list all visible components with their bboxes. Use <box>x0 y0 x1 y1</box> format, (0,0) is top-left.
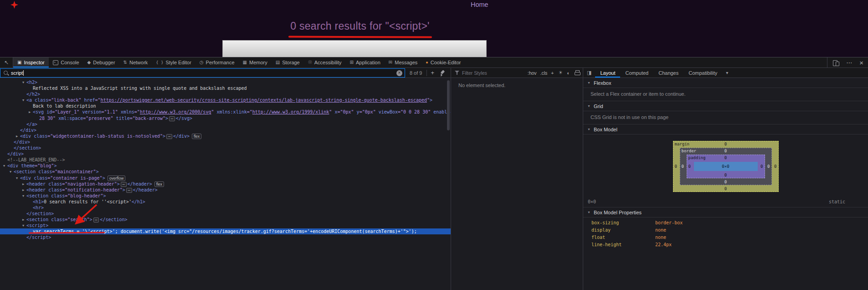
markup-row[interactable]: ▼<section class="blog-header"> <box>0 193 451 199</box>
property-value[interactable]: 22.4px <box>655 242 672 247</box>
expand-arrow-icon[interactable]: ▶ <box>20 187 26 193</box>
collapse-arrow-icon[interactable]: ▼ <box>20 193 26 199</box>
collapse-arrow-icon[interactable]: ▼ <box>14 176 20 181</box>
collapse-arrow-icon[interactable]: ▼ <box>1 163 7 169</box>
add-rule-button[interactable]: + <box>549 70 555 76</box>
grid-section-header[interactable]: ▼ Grid <box>583 101 868 111</box>
badge[interactable]: flex <box>192 134 201 139</box>
box-model-section-header[interactable]: ▼ Box Model <box>583 124 868 135</box>
light-scheme-icon[interactable]: ☀ <box>558 70 563 76</box>
expand-arrow-icon[interactable]: ▶ <box>20 217 26 223</box>
tab-console[interactable]: >_Console <box>49 57 83 67</box>
border-left-value[interactable]: 0 <box>682 164 684 169</box>
sidebar-tab-changes[interactable]: Changes <box>653 68 683 78</box>
tab-network[interactable]: ⇅Network <box>119 57 152 67</box>
tab-memory[interactable]: ▦Memory <box>239 57 272 67</box>
expand-arrow-icon[interactable]: ▶ <box>26 109 33 115</box>
markup-row[interactable]: ▼<h2> <box>0 79 451 85</box>
tab-performance[interactable]: ◷Performance <box>195 57 239 67</box>
margin-top-value[interactable]: 0 <box>673 142 778 146</box>
markup-row[interactable]: </div> <box>0 151 451 157</box>
responsive-design-icon[interactable] <box>833 59 839 66</box>
markup-row[interactable]: ▶<section class="search">⋯</section> <box>0 217 451 223</box>
markup-row[interactable]: </section> <box>0 211 451 217</box>
markup-row[interactable]: </a> <box>0 121 451 127</box>
pick-element-button[interactable]: ↖ <box>0 57 13 67</box>
box-model-margin-region[interactable]: margin 0 0 0 0 border 0 0 0 0 padding <box>673 141 779 192</box>
box-model-properties-header[interactable]: ▼ Box Model Properties <box>583 207 868 218</box>
markup-row[interactable]: Reflected XSS into a JavaScript string w… <box>0 85 451 91</box>
tab-messages[interactable]: ✉Messages <box>385 57 422 67</box>
hover-pseudo-button[interactable]: :hov <box>526 70 539 76</box>
markup-row[interactable]: ▶<header class="navigation-header">⋯</he… <box>0 181 451 187</box>
filter-styles-input[interactable]: Filter Styles <box>462 70 526 76</box>
markup-row[interactable]: ▼<div theme="blog"> <box>0 163 451 169</box>
markup-row[interactable]: ▼<script> <box>0 223 451 228</box>
clear-search-icon[interactable]: × <box>396 70 402 76</box>
add-node-button[interactable]: + <box>427 69 438 76</box>
markup-row[interactable]: ▼<a class="link-back" href="https://port… <box>0 97 451 103</box>
collapse-arrow-icon[interactable]: ▼ <box>20 223 26 229</box>
eyedropper-icon[interactable] <box>439 70 445 76</box>
box-model-border-region[interactable]: border 0 0 0 0 padding 0 0 0 0 0× <box>680 148 772 185</box>
dark-scheme-icon[interactable]: ◐ <box>567 70 570 76</box>
devtools-menu-icon[interactable]: ⋯ <box>846 59 853 66</box>
ellipsis-badge[interactable]: ⋯ <box>93 218 99 223</box>
tab-style-editor[interactable]: { }Style Editor <box>152 57 195 67</box>
collapse-arrow-icon[interactable]: ▼ <box>20 80 26 86</box>
flexbox-section-header[interactable]: ▼ Flexbox <box>583 78 868 88</box>
margin-right-value[interactable]: 0 <box>774 164 776 169</box>
ellipsis-badge[interactable]: ⋯ <box>121 182 127 187</box>
markup-row[interactable]: </section> <box>0 145 451 151</box>
markup-row[interactable]: ▶<header class="notification-header">⋯</… <box>0 187 451 193</box>
box-model-padding-region[interactable]: padding 0 0 0 0 0×0 <box>687 155 765 178</box>
tab-debugger[interactable]: ◆Debugger <box>83 57 119 67</box>
margin-bottom-value[interactable]: 0 <box>673 186 778 191</box>
markup-row-selected[interactable]: var searchTerms = '\'<script>'; document… <box>0 228 451 234</box>
property-value[interactable]: none <box>655 228 666 233</box>
markup-row[interactable]: 28 30" xml:space="preserve" title="back-… <box>0 115 451 121</box>
sidebar-tab-layout[interactable]: Layout <box>595 68 620 78</box>
markup-row[interactable]: ▶<div class="widgetcontainer-lab-status … <box>0 133 451 139</box>
tab-accessibility[interactable]: ☉Accessibility <box>304 57 346 67</box>
expand-arrow-icon[interactable]: ▶ <box>14 134 20 140</box>
badge[interactable]: flex <box>154 181 164 187</box>
border-top-value[interactable]: 0 <box>680 149 771 153</box>
padding-top-value[interactable]: 0 <box>687 155 765 160</box>
box-model-content-region[interactable]: 0×0 <box>694 162 758 171</box>
padding-bottom-value[interactable]: 0 <box>687 173 765 177</box>
markup-row[interactable]: </div> <box>0 139 451 145</box>
ellipsis-badge[interactable]: ⋯ <box>166 134 172 139</box>
property-value[interactable]: border-box <box>655 220 683 225</box>
print-simulation-icon[interactable] <box>574 70 580 76</box>
markup-row[interactable]: Back to lab description <box>0 103 451 109</box>
padding-right-value[interactable]: 0 <box>760 164 763 169</box>
markup-row[interactable]: </div> <box>0 127 451 133</box>
markup-row[interactable]: ▼<div class="container is-page">overflow <box>0 175 451 181</box>
sidebar-tab-compatibility[interactable]: Compatibility <box>683 68 722 78</box>
sidebar-tab-computed[interactable]: Computed <box>620 68 653 78</box>
class-toggle-button[interactable]: .cls <box>539 70 550 76</box>
markup-row[interactable]: ▼<section class="maincontainer"> <box>0 169 451 175</box>
border-bottom-value[interactable]: 0 <box>680 180 771 184</box>
markup-search-input[interactable]: script × <box>0 68 405 78</box>
collapse-arrow-icon[interactable]: ▼ <box>7 169 14 175</box>
markup-row[interactable]: </h2> <box>0 91 451 97</box>
chevron-down-icon[interactable]: ▾ <box>722 68 732 78</box>
ellipsis-badge[interactable]: ⋯ <box>126 188 132 193</box>
badge[interactable]: overflow <box>108 176 126 181</box>
sidebar-dock-icon[interactable]: ◨ <box>583 68 595 78</box>
markup-scrollbar[interactable] <box>447 80 450 130</box>
close-icon[interactable]: × <box>859 59 863 67</box>
attr-link[interactable]: http://www.w3.org/2000/svg <box>140 109 211 114</box>
tab-inspector[interactable]: ▣Inspector <box>13 57 49 67</box>
property-value[interactable]: none <box>655 235 666 240</box>
collapse-arrow-icon[interactable]: ▼ <box>20 98 26 104</box>
markup-row[interactable]: <h1>0 search results for ''<script>'</h1… <box>0 199 451 205</box>
expand-arrow-icon[interactable]: ▶ <box>20 181 26 187</box>
attr-link[interactable]: https://portswigger.net/web-security/cro… <box>101 98 427 103</box>
margin-left-value[interactable]: 0 <box>675 164 677 169</box>
tab-storage[interactable]: ▤Storage <box>272 57 304 67</box>
tab-cookie-editor[interactable]: ●Cookie-Editor <box>421 57 465 67</box>
home-link[interactable]: Home <box>471 1 488 8</box>
